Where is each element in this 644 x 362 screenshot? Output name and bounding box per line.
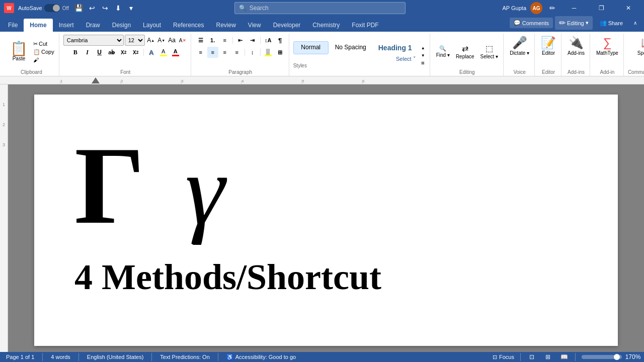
tab-references[interactable]: References [167, 19, 210, 32]
user-avatar[interactable]: AG [530, 2, 542, 14]
align-left-button[interactable]: ≡ [195, 47, 206, 58]
line-spacing-button[interactable]: ↕ [247, 47, 258, 58]
search-input[interactable] [250, 5, 401, 12]
ink-replay-button[interactable]: ✏ [546, 2, 558, 14]
ruler-mark-2: 2 [0, 115, 8, 135]
editor-button[interactable]: 📝 Editor [539, 35, 558, 57]
tab-draw[interactable]: Draw [80, 19, 106, 32]
format-painter-button[interactable]: 🖌 [32, 56, 56, 63]
tab-review[interactable]: Review [210, 19, 242, 32]
user-name: AP Gupta [503, 5, 527, 11]
collapse-ribbon-button[interactable]: ∧ [630, 18, 640, 28]
spellbook-button[interactable]: 📖 Spellbook [635, 35, 644, 57]
read-view-button[interactable]: 📖 [559, 352, 569, 362]
customize-button[interactable]: ▾ [125, 2, 137, 14]
font-family-select[interactable]: Cambria [63, 35, 124, 46]
accessibility-status[interactable]: ♿ Accessibility: Good to go [226, 354, 296, 360]
cut-button[interactable]: ✂ Cut [32, 40, 56, 48]
tab-view[interactable]: View [242, 19, 267, 32]
justify-button[interactable]: ≡ [231, 47, 243, 58]
borders-button[interactable]: ⊞ [275, 47, 286, 58]
numbering-button[interactable]: 1. [207, 35, 218, 46]
text-predictions[interactable]: Text Predictions: On [160, 354, 209, 360]
spellbook-label: Spellbook [637, 50, 644, 56]
align-right-button[interactable]: ≡ [219, 47, 230, 58]
mathtype-button[interactable]: ∑ MathType [594, 35, 620, 57]
status-right: ⊡ Focus ⊡ ⊞ 📖 170% [493, 352, 638, 362]
document-symbols: Γ γ [74, 125, 578, 246]
share-button[interactable]: 👥 Share [595, 18, 628, 28]
undo-button[interactable]: ↩ [86, 2, 98, 14]
tab-file[interactable]: File [2, 19, 24, 32]
zoom-level-text: 170% [625, 353, 641, 360]
increase-indent-button[interactable]: ⇥ [247, 35, 258, 46]
addins-button[interactable]: 🔌 Add-ins [566, 35, 587, 57]
highlight-color-button[interactable]: A [158, 47, 169, 58]
subscript-button[interactable]: X2 [118, 47, 129, 58]
zoom-slider[interactable] [582, 355, 622, 359]
show-para-button[interactable]: ¶ [275, 35, 286, 46]
tab-home[interactable]: Home [24, 19, 52, 32]
align-center-button[interactable]: ≡ [207, 47, 218, 58]
change-case-button[interactable]: Aa [167, 35, 177, 45]
dictate-button[interactable]: 🎤 Dictate ▾ [508, 35, 531, 57]
paste-button[interactable]: 📋 Paste [7, 40, 31, 63]
decrease-indent-button[interactable]: ⇤ [235, 35, 246, 46]
style-normal[interactable]: Normal [293, 41, 329, 54]
print-layout-view-button[interactable]: ⊡ [527, 352, 537, 362]
editing-mode-button[interactable]: ✏ Editing ▾ [555, 16, 593, 30]
comments-button[interactable]: 💬 Comments [510, 18, 553, 28]
close-button[interactable]: ✕ [617, 0, 640, 16]
increase-font-button[interactable]: A▲ [146, 35, 156, 45]
clear-formatting-button[interactable]: A✕ [178, 35, 188, 45]
tab-design[interactable]: Design [106, 19, 137, 32]
focus-button[interactable]: ⊡ Focus [493, 354, 514, 360]
language-indicator[interactable]: English (United States) [87, 354, 144, 360]
style-heading1[interactable]: Heading 1 [373, 41, 418, 54]
replace-button[interactable]: ⇄ Replace [454, 43, 476, 60]
replace-icon: ⇄ [462, 44, 468, 53]
tab-layout[interactable]: Layout [137, 19, 167, 32]
document-scroll[interactable]: Γ γ 4 Methods/Shortcut [8, 84, 644, 352]
redo-button[interactable]: ↪ [99, 2, 111, 14]
text-effects-button[interactable]: A [146, 47, 157, 58]
bullets-button[interactable]: ☰ [195, 35, 206, 46]
select-button[interactable]: ⬚ Select ▾ [478, 43, 501, 60]
word-count[interactable]: 4 words [51, 354, 70, 360]
search-box[interactable]: 🔍 [234, 2, 406, 14]
tab-foxit[interactable]: Foxit PDF [346, 19, 384, 32]
styles-scroll-down[interactable]: ▼ [420, 52, 427, 59]
document-content[interactable]: Γ γ 4 Methods/Shortcut [74, 125, 578, 298]
document-page[interactable]: Γ γ 4 Methods/Shortcut [34, 95, 618, 346]
styles-select-button[interactable]: Select ˅ [394, 55, 418, 63]
styles-expand[interactable]: ⊞ [420, 59, 427, 66]
italic-button[interactable]: I [82, 47, 93, 58]
multilevel-button[interactable]: ≡ [219, 35, 230, 46]
styles-scroll-up[interactable]: ▲ [420, 44, 427, 51]
restore-button[interactable]: ❐ [590, 0, 613, 16]
decrease-font-button[interactable]: A▼ [156, 35, 167, 45]
tab-developer[interactable]: Developer [267, 19, 307, 32]
bold-button[interactable]: B [70, 47, 81, 58]
strikethrough-button[interactable]: ab̶ [106, 47, 117, 58]
save-button[interactable]: 💾 [73, 2, 85, 14]
copy-button[interactable]: 📋 Copy [32, 48, 56, 56]
editor-group: 📝 Editor Editor [536, 34, 561, 76]
style-no-spacing[interactable]: No Spacing [330, 41, 372, 54]
tab-chemistry[interactable]: Chemistry [306, 19, 346, 32]
font-size-select[interactable]: 12 [125, 35, 145, 46]
find-button[interactable]: 🔍 Find ▾ [434, 44, 452, 59]
zoom-level[interactable]: 170% [628, 352, 638, 362]
web-view-button[interactable]: ⊞ [543, 352, 553, 362]
shading-button[interactable]: ▒ [263, 47, 274, 58]
dictate-label: Dictate ▾ [510, 50, 529, 56]
autosave-toggle[interactable] [44, 4, 60, 12]
superscript-button[interactable]: X2 [130, 47, 141, 58]
minimize-button[interactable]: ─ [562, 0, 586, 16]
share-icon: 👥 [600, 20, 607, 26]
font-color-button[interactable]: A [170, 47, 181, 58]
tab-insert[interactable]: Insert [53, 19, 80, 32]
underline-button[interactable]: U [94, 47, 105, 58]
filter-button[interactable]: ⬇ [112, 2, 124, 14]
sort-button[interactable]: ↕A [263, 35, 274, 46]
